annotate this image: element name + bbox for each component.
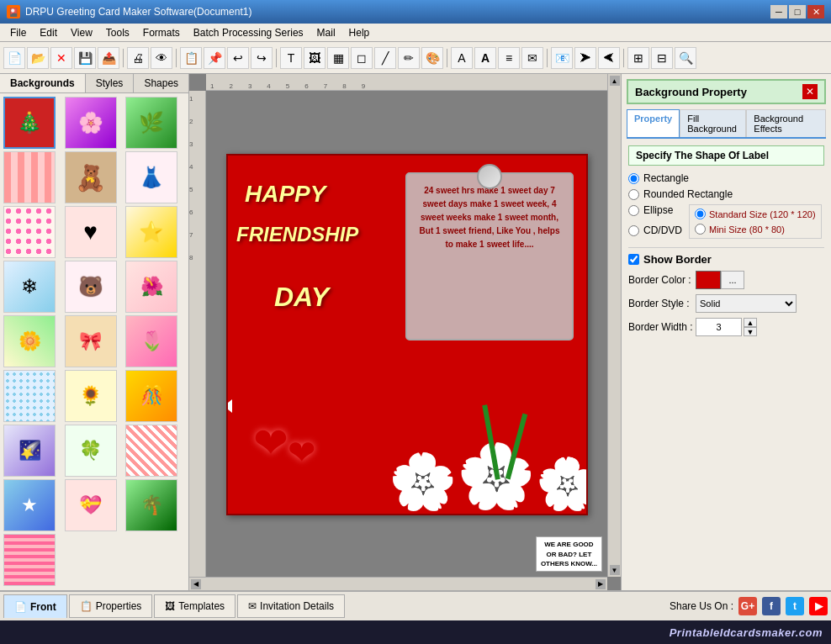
border-width-up[interactable]: ▲ <box>744 318 757 327</box>
tb-back[interactable]: ⮜ <box>598 47 620 69</box>
bg-thumb-9[interactable]: ⭐ <box>125 206 177 258</box>
menu-edit[interactable]: Edit <box>33 25 64 40</box>
minimize-button[interactable]: ─ <box>770 5 787 18</box>
menu-tools[interactable]: Tools <box>99 25 136 40</box>
border-color-swatch[interactable] <box>696 271 721 289</box>
tb-zoom[interactable]: 🔍 <box>675 47 696 69</box>
tb-pencil[interactable]: ✏ <box>398 47 420 69</box>
tb-image[interactable]: 🖼 <box>304 47 326 69</box>
bg-thumb-7[interactable] <box>3 206 56 258</box>
tb-barcode[interactable]: ▦ <box>327 47 349 69</box>
tab-backgrounds[interactable]: Backgrounds <box>0 74 86 92</box>
show-border-checkbox[interactable] <box>628 254 639 265</box>
border-width-input[interactable] <box>696 318 742 336</box>
prop-close-button[interactable]: ✕ <box>802 84 818 99</box>
tab-properties[interactable]: 📋 Properties <box>69 594 153 618</box>
tb-forward[interactable]: ⮞ <box>574 47 596 69</box>
bg-thumb-10[interactable]: ❄ <box>3 261 56 313</box>
tab-front-icon: 📄 <box>14 601 27 613</box>
bg-thumb-4[interactable] <box>3 151 56 203</box>
tab-front[interactable]: 📄 Front <box>3 594 67 618</box>
close-button[interactable]: ✕ <box>807 5 824 18</box>
bg-thumb-19[interactable]: 🌠 <box>3 425 56 477</box>
greeting-card[interactable]: HAPPY FRIENDSHIP DAY 24 sweet hrs make 1… <box>226 154 588 515</box>
menu-view[interactable]: View <box>64 25 99 40</box>
border-style-select[interactable]: Solid Dashed Dotted Double <box>696 294 797 313</box>
radio-standard-size[interactable] <box>695 209 706 219</box>
bg-thumb-21[interactable] <box>125 425 177 477</box>
bg-thumb-5[interactable]: 🧸 <box>65 151 117 203</box>
radio-rounded-rect[interactable] <box>628 189 639 200</box>
bg-thumb-22[interactable]: ★ <box>3 479 56 531</box>
border-color-picker-button[interactable]: ... <box>721 271 744 289</box>
bg-thumb-18[interactable]: 🎊 <box>125 370 177 422</box>
bg-thumb-6[interactable]: 👗 <box>125 151 177 203</box>
radio-ellipse[interactable] <box>628 205 639 216</box>
canvas-scroll-h[interactable]: ◀ ▶ <box>189 577 607 590</box>
social-twitter[interactable]: t <box>786 597 804 615</box>
bg-thumb-20[interactable]: 🍀 <box>65 425 117 477</box>
tb-text[interactable]: T <box>280 47 302 69</box>
tb-grid[interactable]: ⊞ <box>627 47 649 69</box>
tb-delete[interactable]: ✕ <box>50 47 72 69</box>
tb-redo[interactable]: ↪ <box>251 47 273 69</box>
bg-thumb-8[interactable]: ♥ <box>65 206 117 258</box>
prop-tab-effects[interactable]: Background Effects <box>746 109 826 137</box>
tab-shapes[interactable]: Shapes <box>134 74 189 92</box>
prop-tab-property[interactable]: Property <box>627 109 680 137</box>
menu-mail[interactable]: Mail <box>310 25 342 40</box>
social-facebook[interactable]: f <box>762 597 781 615</box>
tb-print[interactable]: 🖨 <box>127 47 149 69</box>
bg-thumb-17[interactable]: 🌻 <box>65 370 117 422</box>
tab-styles[interactable]: Styles <box>86 74 135 92</box>
bg-thumb-24[interactable]: 🌴 <box>125 479 177 531</box>
prop-tab-fill[interactable]: Fill Background <box>680 109 746 137</box>
menu-batch[interactable]: Batch Processing Series <box>187 25 310 40</box>
tb-align[interactable]: ≡ <box>498 47 520 69</box>
bg-thumb-16[interactable] <box>3 370 56 422</box>
card-scroll-decoration: 24 sweet hrs make 1 sweet day 7 sweet da… <box>405 172 574 340</box>
tab-templates[interactable]: 🖼 Templates <box>154 594 236 618</box>
radio-rectangle[interactable] <box>628 173 639 184</box>
tb-save[interactable]: 💾 <box>74 47 96 69</box>
bg-thumb-3[interactable]: 🌿 <box>125 97 177 149</box>
menu-formats[interactable]: Formats <box>136 25 187 40</box>
bg-thumb-2[interactable]: 🌸 <box>65 97 117 149</box>
tb-undo[interactable]: ↩ <box>227 47 249 69</box>
menu-help[interactable]: Help <box>342 25 377 40</box>
tb-line[interactable]: ╱ <box>374 47 396 69</box>
tb-shape[interactable]: ◻ <box>351 47 373 69</box>
menu-file[interactable]: File <box>3 25 33 40</box>
bg-thumb-25[interactable] <box>3 534 56 586</box>
bg-thumb-23[interactable]: 💝 <box>65 479 117 531</box>
bg-thumb-12[interactable]: 🌺 <box>125 261 177 313</box>
right-panel: Background Property ✕ Property Fill Back… <box>621 74 831 590</box>
radio-rectangle-label: Rectangle <box>643 172 689 184</box>
bg-thumb-11[interactable]: 🐻 <box>65 261 117 313</box>
canvas-scroll-v[interactable]: ▲ ▼ <box>607 74 621 577</box>
radio-mini-size[interactable] <box>695 224 706 235</box>
tb-bold[interactable]: A <box>474 47 496 69</box>
tb-email[interactable]: ✉ <box>521 47 543 69</box>
tb-send[interactable]: 📧 <box>551 47 573 69</box>
tb-export[interactable]: 📤 <box>98 47 119 69</box>
size-options-panel: Standard Size (120 * 120) Mini Size (80 … <box>689 204 822 239</box>
border-width-down[interactable]: ▼ <box>744 327 757 336</box>
tb-paste[interactable]: 📌 <box>204 47 225 69</box>
bg-thumb-1[interactable]: 🎄 <box>3 97 56 149</box>
tb-color[interactable]: 🎨 <box>421 47 443 69</box>
tb-preview[interactable]: 👁 <box>151 47 172 69</box>
bg-thumb-15[interactable]: 🌷 <box>125 315 177 367</box>
tb-copy[interactable]: 📋 <box>180 47 202 69</box>
tb-open[interactable]: 📂 <box>27 47 49 69</box>
tb-layout[interactable]: ⊟ <box>651 47 673 69</box>
tb-font[interactable]: A <box>451 47 473 69</box>
bg-thumb-13[interactable]: 🌼 <box>3 315 56 367</box>
bg-thumb-14[interactable]: 🎀 <box>65 315 117 367</box>
tb-new[interactable]: 📄 <box>3 47 25 69</box>
tab-invitation[interactable]: ✉ Invitation Details <box>237 594 345 618</box>
social-youtube[interactable]: ▶ <box>809 597 828 615</box>
social-google[interactable]: G+ <box>738 597 757 615</box>
radio-cdvd[interactable] <box>628 225 639 236</box>
maximize-button[interactable]: □ <box>789 5 806 18</box>
